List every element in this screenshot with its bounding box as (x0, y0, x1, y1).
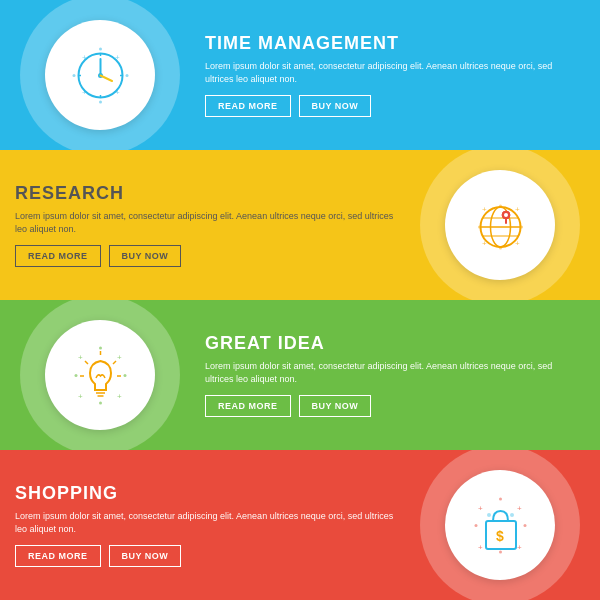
svg-point-39 (99, 346, 102, 349)
banner-2-text-side: RESEARCH Lorem ipsum dolor sit amet, con… (0, 163, 400, 287)
svg-text:+: + (517, 543, 522, 552)
banner-2-buy-now[interactable]: BUY NOW (109, 245, 182, 267)
clock-icon: + + + + (68, 43, 133, 108)
svg-text:+: + (117, 392, 122, 401)
banner-4-buy-now[interactable]: BUY NOW (109, 545, 182, 567)
banner-1-text-side: TIME MANAGEMENT Lorem ipsum dolor sit am… (200, 13, 600, 137)
svg-point-52 (523, 524, 526, 527)
banner-1-buy-now[interactable]: BUY NOW (299, 95, 372, 117)
svg-point-51 (499, 497, 502, 500)
svg-line-3 (100, 75, 112, 81)
svg-point-40 (123, 374, 126, 377)
banner-great-idea: + + + + GREAT IDEA Lorem ipsum dolor sit… (0, 300, 600, 450)
banner-3-buttons: READ MORE BUY NOW (205, 395, 580, 417)
banner-time-management: + + + + TIME MANAGEMENT Lorem ipsum dolo… (0, 0, 600, 150)
globe-icon: + + + + (468, 193, 533, 258)
banner-4-desc: Lorem ipsum dolor sit amet, consectetur … (15, 510, 395, 535)
banner-2-read-more[interactable]: READ MORE (15, 245, 101, 267)
svg-text:+: + (482, 205, 487, 214)
banner-1-desc: Lorem ipsum dolor sit amet, consectetur … (205, 60, 580, 85)
banner-2-title: RESEARCH (15, 183, 395, 204)
banner-3-buy-now[interactable]: BUY NOW (299, 395, 372, 417)
svg-text:+: + (117, 353, 122, 362)
banner-4-text-side: SHOPPING Lorem ipsum dolor sit amet, con… (0, 463, 400, 587)
banner-1-icon-circle: + + + + (45, 20, 155, 130)
svg-text:+: + (115, 88, 120, 97)
banner-shopping: SHOPPING Lorem ipsum dolor sit amet, con… (0, 450, 600, 600)
banner-4-read-more[interactable]: READ MORE (15, 545, 101, 567)
svg-point-25 (499, 246, 502, 249)
banner-3-icon-circle: + + + + (45, 320, 155, 430)
svg-point-22 (504, 213, 508, 217)
svg-text:$: $ (496, 528, 504, 544)
banner-4-title: SHOPPING (15, 483, 395, 504)
svg-point-42 (74, 374, 77, 377)
svg-text:+: + (478, 543, 483, 552)
svg-point-49 (487, 513, 491, 517)
banner-3-read-more[interactable]: READ MORE (205, 395, 291, 417)
banner-3-title: GREAT IDEA (205, 333, 580, 354)
banner-2-icon-side: + + + + (400, 150, 600, 300)
svg-point-50 (510, 513, 514, 517)
banner-1-title: TIME MANAGEMENT (205, 33, 580, 54)
svg-line-35 (85, 361, 88, 364)
svg-text:+: + (478, 504, 483, 513)
banner-1-buttons: READ MORE BUY NOW (205, 95, 580, 117)
svg-text:+: + (515, 239, 520, 248)
banner-1-read-more[interactable]: READ MORE (205, 95, 291, 117)
svg-point-10 (99, 100, 102, 103)
bulb-icon: + + + + (68, 343, 133, 408)
svg-point-24 (520, 225, 523, 228)
banner-2-desc: Lorem ipsum dolor sit amet, consectetur … (15, 210, 395, 235)
svg-line-36 (113, 361, 116, 364)
svg-point-9 (125, 74, 128, 77)
svg-text:+: + (82, 88, 87, 97)
svg-text:+: + (115, 53, 120, 62)
banner-research: RESEARCH Lorem ipsum dolor sit amet, con… (0, 150, 600, 300)
svg-point-8 (99, 47, 102, 50)
shopping-bag-icon: $ + + + + (468, 493, 533, 558)
svg-text:+: + (515, 205, 520, 214)
banner-1-icon-side: + + + + (0, 0, 200, 150)
banner-4-icon-circle: $ + + + + (445, 470, 555, 580)
svg-point-11 (72, 74, 75, 77)
banner-2-icon-circle: + + + + (445, 170, 555, 280)
svg-text:+: + (78, 353, 83, 362)
svg-point-54 (474, 524, 477, 527)
banner-3-text-side: GREAT IDEA Lorem ipsum dolor sit amet, c… (200, 313, 600, 437)
svg-text:+: + (517, 504, 522, 513)
banner-4-buttons: READ MORE BUY NOW (15, 545, 395, 567)
svg-text:+: + (82, 53, 87, 62)
svg-text:+: + (482, 239, 487, 248)
svg-point-26 (478, 225, 481, 228)
banner-2-buttons: READ MORE BUY NOW (15, 245, 395, 267)
banner-4-icon-side: $ + + + + (400, 450, 600, 600)
svg-point-23 (499, 204, 502, 207)
svg-text:+: + (78, 392, 83, 401)
svg-point-53 (499, 550, 502, 553)
banner-3-icon-side: + + + + (0, 300, 200, 450)
svg-point-41 (99, 401, 102, 404)
banner-3-desc: Lorem ipsum dolor sit amet, consectetur … (205, 360, 580, 385)
